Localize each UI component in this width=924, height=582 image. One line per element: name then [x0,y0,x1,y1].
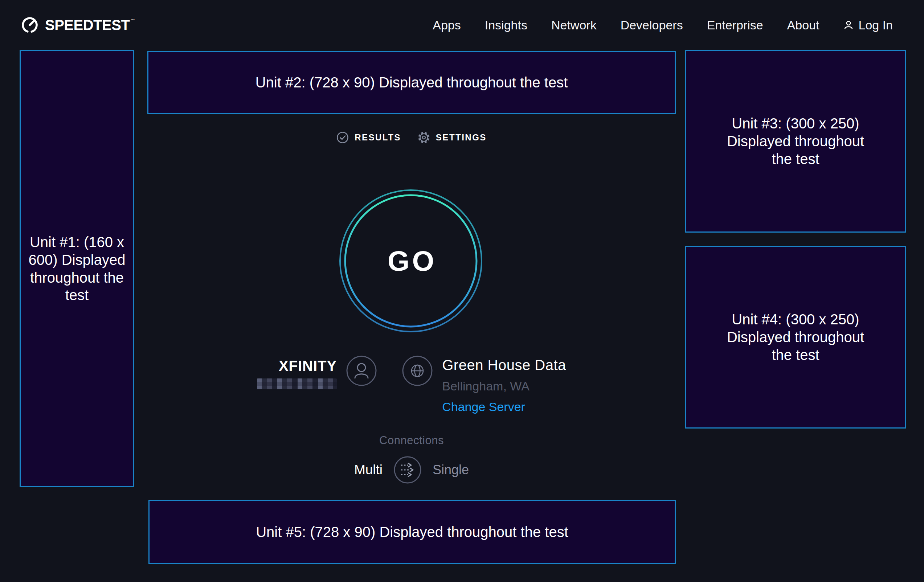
login-label: Log In [858,18,893,32]
isp-detail-redacted [257,378,337,389]
login-button[interactable]: Log In [843,18,893,32]
server-info: Green House Data Bellingham, WA Change S… [402,356,566,414]
connections-option-single[interactable]: Single [432,462,469,478]
main-nav: Apps Insights Network Developers Enterpr… [432,18,893,32]
isp-name: XFINITY [279,358,337,374]
person-icon [843,20,854,30]
go-button-label: GO [338,188,483,333]
ad-unit-5[interactable]: Unit #5: (728 x 90) Displayed throughout… [148,500,676,564]
tab-settings[interactable]: SETTINGS [418,131,487,144]
results-settings-tabs: RESULTS SETTINGS [147,131,676,144]
tab-settings-label: SETTINGS [436,132,487,143]
connections-label: Connections [147,434,676,447]
ad-unit-1-text: Unit #1: (160 x 600) Displayed throughou… [24,233,130,304]
go-button[interactable]: GO [338,188,483,333]
nav-item-enterprise[interactable]: Enterprise [707,18,763,32]
connection-info-row: XFINITY Green House Data Bellingham, WA … [147,356,676,414]
ad-unit-5-text: Unit #5: (728 x 90) Displayed throughout… [256,523,568,541]
ad-unit-3[interactable]: Unit #3: (300 x 250) Displayed throughou… [685,50,906,232]
ad-unit-2[interactable]: Unit #2: (728 x 90) Displayed throughout… [147,51,676,114]
isp-avatar-icon[interactable] [346,356,377,386]
isp-info: XFINITY [257,356,377,389]
ad-unit-4-text: Unit #4: (300 x 250) Displayed throughou… [721,311,870,364]
header: SPEEDTEST ™ Apps Insights Network Develo… [0,0,924,50]
nav-item-network[interactable]: Network [551,18,597,32]
ad-unit-1[interactable]: Unit #1: (160 x 600) Displayed throughou… [20,50,134,487]
tab-results-label: RESULTS [355,132,401,143]
gear-icon [418,131,430,144]
ad-unit-3-text: Unit #3: (300 x 250) Displayed throughou… [721,115,870,168]
speedtest-logo[interactable]: SPEEDTEST ™ [20,16,135,35]
connections-section: Connections Multi Single [147,434,676,484]
nav-item-insights[interactable]: Insights [485,18,527,32]
nav-item-apps[interactable]: Apps [432,18,461,32]
nav-item-about[interactable]: About [787,18,820,32]
tab-results[interactable]: RESULTS [337,131,401,144]
check-circle-icon [337,131,349,144]
server-name: Green House Data [442,357,566,373]
trademark-symbol: ™ [130,18,135,23]
multi-connections-icon[interactable] [393,456,422,484]
logo-wordmark: SPEEDTEST ™ [45,17,135,33]
nav-item-developers[interactable]: Developers [620,18,683,32]
speedtest-gauge-icon [20,16,39,35]
connections-option-multi[interactable]: Multi [354,462,383,478]
globe-icon[interactable] [402,356,432,386]
change-server-link[interactable]: Change Server [442,400,525,414]
server-location: Bellingham, WA [442,379,530,393]
ad-unit-2-text: Unit #2: (728 x 90) Displayed throughout… [256,74,568,91]
ad-unit-4[interactable]: Unit #4: (300 x 250) Displayed throughou… [685,246,906,429]
